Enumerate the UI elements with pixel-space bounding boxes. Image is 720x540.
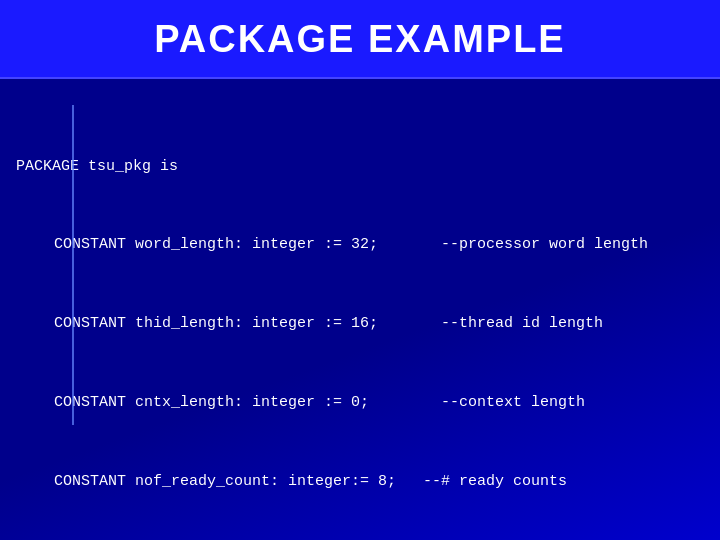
slide-title: PACKAGE EXAMPLE [154,18,565,60]
code-line-5: CONSTANT nof_ready_count: integer:= 8; -… [16,469,704,495]
code-line-4: CONSTANT cntx_length: integer := 0; --co… [16,390,704,416]
slide-container: PACKAGE EXAMPLE PACKAGE tsu_pkg is CONST… [0,0,720,540]
title-bar: PACKAGE EXAMPLE [0,0,720,79]
code-line-2: CONSTANT word_length: integer := 32; --p… [16,232,704,258]
code-line-1: PACKAGE tsu_pkg is [16,154,704,180]
decorative-vertical-line [72,105,74,425]
code-line-3: CONSTANT thid_length: integer := 16; --t… [16,311,704,337]
code-block: PACKAGE tsu_pkg is CONSTANT word_length:… [0,79,720,540]
